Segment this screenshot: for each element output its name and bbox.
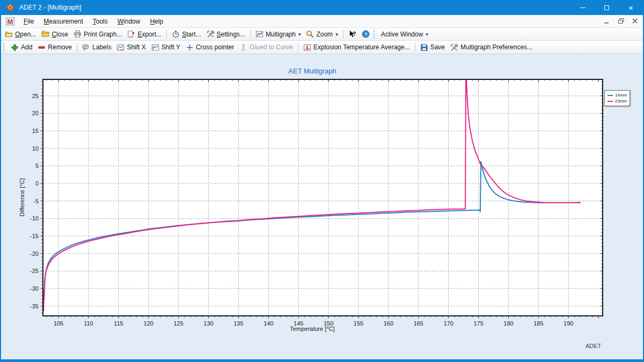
mdi-minimize-button[interactable] [601, 16, 613, 26]
y-tick-label: 20 [32, 110, 39, 116]
start-button-label: Start... [182, 31, 201, 38]
shift-y-icon [151, 43, 159, 51]
legend-dash [608, 95, 613, 96]
document-m-icon: M [6, 17, 14, 26]
glued-to-curve-button[interactable]: Glued to Curve [237, 42, 296, 53]
multigraph-icon [255, 30, 264, 38]
open-folder-icon [5, 30, 13, 38]
y-tick-label: -20 [30, 250, 39, 257]
context-help-button[interactable]: ? [346, 29, 359, 39]
shift-x-icon [116, 43, 125, 51]
preferences-icon [450, 43, 458, 51]
legend: 14mm23mm [604, 90, 630, 106]
minimize-icon [580, 8, 586, 8]
mdi-window-controls [601, 16, 641, 26]
cross-pointer-button-label: Cross pointer [196, 43, 234, 51]
zoom-button[interactable]: Zoom▾ [303, 29, 340, 39]
menu-window[interactable]: Window [113, 16, 145, 27]
close-button[interactable]: × [619, 0, 643, 15]
close-button[interactable]: Close [39, 29, 71, 39]
remove-icon [38, 43, 46, 51]
help-icon: ? [362, 30, 370, 38]
window-title: ADET 2 - [Multigraph] [19, 4, 570, 11]
y-tick-label: -15 [30, 233, 39, 239]
shift-y-button[interactable]: Shift Y [149, 42, 183, 53]
mdi-restore-button[interactable] [615, 16, 627, 26]
y-tick-label: -35 [30, 303, 39, 309]
plot-area[interactable]: 1051101151201251301351401451501551601651… [17, 76, 608, 328]
app-explosion-icon [5, 3, 15, 12]
glued-icon [239, 43, 247, 51]
legend-label: 23mm [615, 98, 627, 104]
shift-y-button-label: Shift Y [162, 43, 180, 51]
toolbar-separator [415, 43, 415, 52]
menu-help[interactable]: Help [145, 16, 168, 27]
print-graph-button-label: Print Graph... [84, 31, 122, 38]
y-tick-label: 10 [32, 145, 39, 152]
context-help-icon: ? [348, 30, 356, 38]
add-icon [11, 43, 19, 51]
app-window: ADET 2 - [Multigraph] × M FileMeasuremen… [0, 0, 644, 362]
svg-text:M: M [8, 18, 13, 26]
y-tick-label: 0 [35, 180, 39, 187]
menu-file[interactable]: File [19, 16, 39, 27]
settings-button-label: Settings... [217, 31, 245, 38]
y-tick-label: -5 [33, 198, 39, 204]
y-tick-label: -25 [30, 268, 39, 274]
active-window-button-label: Active Window [381, 31, 423, 38]
open-button[interactable]: Open... [2, 29, 39, 39]
export-icon [127, 30, 135, 38]
chevron-down-icon: ▾ [298, 32, 301, 37]
brand-label: ADET [586, 343, 601, 349]
shift-x-button[interactable]: Shift X [114, 42, 148, 53]
menu-measurement[interactable]: Measurement [39, 16, 87, 27]
save-button[interactable]: Save [418, 42, 448, 53]
start-button[interactable]: Start... [169, 29, 203, 39]
multigraph-preferences-button[interactable]: Multigraph Preferences... [448, 42, 535, 53]
remove-button-label: Remove [48, 43, 72, 51]
multigraph-button[interactable]: Multigraph▾ [253, 29, 304, 39]
title-bar: ADET 2 - [Multigraph] × [1, 0, 643, 15]
menu-items: FileMeasurementToolsWindowHelp [19, 16, 168, 27]
y-tick-label: 5 [35, 162, 39, 169]
shift-x-button-label: Shift X [127, 43, 145, 51]
help-button[interactable]: ? [359, 29, 372, 39]
open-button-label: Open... [15, 31, 36, 38]
plot-background [43, 79, 603, 316]
save-button-label: Save [430, 43, 445, 51]
y-tick-label: -30 [30, 285, 39, 292]
active-window-button[interactable]: Active Window▾ [378, 29, 431, 39]
export-button[interactable]: Export... [125, 29, 164, 39]
toolbar-separator [250, 29, 251, 39]
legend-label: 14mm [615, 92, 627, 98]
maximize-icon [604, 5, 609, 10]
print-graph-button[interactable]: Print Graph... [71, 29, 125, 39]
toolbar-grip[interactable] [3, 43, 5, 52]
add-button[interactable]: Add [8, 42, 35, 53]
labels-button[interactable]: Labels [79, 42, 114, 53]
explosion-temperature-average-button-label: Explosion Temperature Average... [313, 43, 410, 51]
zoom-button-label: Zoom [316, 31, 333, 38]
multigraph-preferences-button-label: Multigraph Preferences... [460, 43, 532, 51]
explosion-temperature-average-button[interactable]: Explosion Temperature Average... [301, 42, 413, 53]
y-tick-label: 25 [32, 93, 39, 99]
settings-button[interactable]: Settings... [204, 29, 248, 39]
multigraph-button-label: Multigraph [266, 31, 296, 38]
toolbar-grip[interactable] [374, 29, 376, 39]
main-toolbar: Open...ClosePrint Graph...Export...Start… [1, 28, 643, 41]
explosion-average-icon [303, 43, 311, 51]
toolbar-separator [77, 43, 77, 52]
mdi-close-button[interactable] [629, 16, 641, 26]
glued-to-curve-button-label: Glued to Curve [250, 43, 293, 51]
toolbar-separator [298, 43, 298, 52]
maximize-button[interactable] [595, 0, 619, 15]
minimize-button[interactable] [570, 0, 595, 15]
cross-pointer-button[interactable]: Cross pointer [183, 42, 237, 53]
x-axis-label: Temperature [°C] [17, 326, 608, 332]
menu-bar: M FileMeasurementToolsWindowHelp [1, 15, 643, 28]
menu-tools[interactable]: Tools [88, 16, 113, 27]
remove-button[interactable]: Remove [35, 42, 75, 53]
chevron-down-icon: ▾ [426, 32, 428, 37]
stopwatch-icon [172, 30, 180, 38]
export-button-label: Export... [137, 31, 162, 38]
